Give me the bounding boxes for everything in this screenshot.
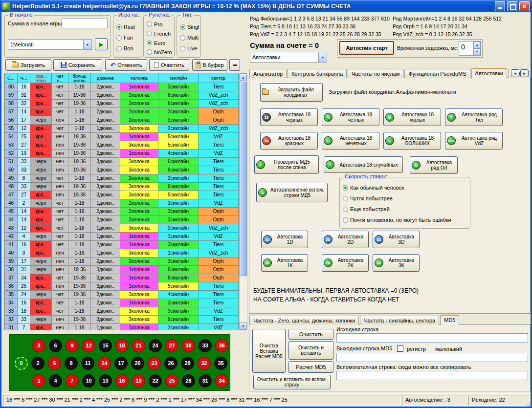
board-number-1[interactable]: 1 xyxy=(32,374,45,387)
chevron-down-icon[interactable] xyxy=(83,40,91,49)
autobet-автоставка-18-четных-button[interactable]: ЧАвтоставка 18 четных xyxy=(322,108,379,126)
mode-select[interactable]: Автоставки xyxy=(250,52,327,63)
board-number-14[interactable]: 14 xyxy=(98,357,111,370)
profile-select[interactable]: 1Melonati xyxy=(8,39,92,50)
board-number-36[interactable]: 36 xyxy=(215,339,228,352)
scrollbar-thumb[interactable] xyxy=(240,82,247,276)
board-number-30[interactable]: 30 xyxy=(182,339,195,352)
history-row[interactable]: 5832кра..чет19-363дюжи..2колонка6сиклайн… xyxy=(5,100,239,108)
spinner-down-icon[interactable] xyxy=(473,48,481,55)
history-row[interactable]: 5033черннеч19-363дюжи..3колонка6сиклайнT… xyxy=(5,166,239,174)
history-row[interactable]: 5512кра..чет1-181дюжи..3колонка2сиклайнV… xyxy=(5,125,239,133)
history-row[interactable]: 424чернчет1-181дюжи..1колонка1сиклайнVdZ xyxy=(5,233,239,241)
board-number-20[interactable]: 20 xyxy=(131,357,144,370)
history-row[interactable]: 3524чернчет19-362дюжи..3колонка4сиклайнT… xyxy=(5,291,239,299)
board-number-27[interactable]: 27 xyxy=(165,339,178,352)
radio-как-обычный-человек[interactable]: Как обычный человек xyxy=(343,182,469,193)
history-row[interactable]: 317кра..неч1-181дюжи..1колонка2сиклайнVd… xyxy=(5,324,239,330)
output-string-input[interactable] xyxy=(336,353,528,362)
radio-singl[interactable]: Singl xyxy=(180,21,200,32)
radio-почти-мгновенно-но-могут-быть-ошибки[interactable]: Почти мгновенно, но могут быть ошибки xyxy=(343,215,469,225)
close-button[interactable] xyxy=(519,1,530,11)
history-row[interactable]: 4116кра..чет1-182дюжи..1колонка3сиклайнT… xyxy=(5,241,239,249)
history-row[interactable]: 4514кра..чет1-182дюжи..2колонка3сиклайнO… xyxy=(5,208,239,216)
autobet-автоставка-1d-button[interactable]: 1DАвтоставка 1D xyxy=(261,231,308,248)
tab-функционал-psevdoms[interactable]: Функционал PsevdoMS xyxy=(404,69,470,78)
board-number-4[interactable]: 4 xyxy=(49,374,62,387)
board-number-22[interactable]: 22 xyxy=(149,374,162,387)
board-number-35[interactable]: 35 xyxy=(214,357,227,370)
undo-button[interactable]: Отменить xyxy=(105,59,147,71)
history-row[interactable]: 4727кра..неч19-363дюжи..3колонка5сиклайн… xyxy=(5,191,239,199)
radio-multi[interactable]: Multi xyxy=(180,32,200,43)
scroll-down-icon[interactable] xyxy=(240,322,247,330)
board-number-7[interactable]: 7 xyxy=(66,374,79,387)
board-number-10[interactable]: 10 xyxy=(82,374,95,387)
bottom-tab-частота-zero-шансы-дюжины-колонки[interactable]: Частота - Zero, шансы, дюжины, колонки xyxy=(249,316,359,325)
board-number-13[interactable]: 13 xyxy=(99,374,112,387)
helper-string-input[interactable] xyxy=(336,371,528,380)
board-number-19[interactable]: 19 xyxy=(132,374,145,387)
history-row[interactable]: 4414кра..чет1-182дюжи..2колонка3сиклайнO… xyxy=(5,216,239,224)
board-number-32[interactable]: 32 xyxy=(198,357,211,370)
radio-pro[interactable]: Pro xyxy=(147,20,173,29)
history-row[interactable]: 5425кра..неч19-363дюжи..1колонка5сиклайн… xyxy=(5,133,239,141)
radio-fan[interactable]: Fan xyxy=(116,32,140,43)
radio-french[interactable]: French xyxy=(147,29,173,38)
board-number-23[interactable]: 23 xyxy=(148,357,161,370)
board-number-12[interactable]: 12 xyxy=(82,339,95,352)
md5-clear-and-paste-button[interactable]: Очистить и вставить xyxy=(288,341,333,360)
tab-автоставки[interactable]: Автоставки xyxy=(471,68,507,79)
history-row[interactable]: 3625кра..неч19-363дюжи..1колонка5сиклайн… xyxy=(5,282,239,291)
radio-еще-побыстрей[interactable]: Еще побыстрей xyxy=(343,204,469,215)
history-row[interactable]: 3734кра..чет19-363дюжи..1колонка6сиклайн… xyxy=(5,274,239,282)
board-number-31[interactable]: 31 xyxy=(199,374,212,387)
autobet-автоставка-2d-button[interactable]: 2DАвтоставка 2D xyxy=(322,231,369,248)
board-number-6[interactable]: 6 xyxy=(49,339,62,352)
history-row[interactable]: 5714кра..чет1-182дюжи..2колонка3сиклайнO… xyxy=(5,108,239,116)
play-button[interactable] xyxy=(95,38,108,50)
board-number-25[interactable]: 25 xyxy=(165,374,178,387)
board-number-9[interactable]: 9 xyxy=(66,339,79,352)
clear-paste-helper-string-button[interactable]: Очистить и вставить во вспом. строку xyxy=(253,375,331,389)
radio-nozero[interactable]: NoZero xyxy=(147,47,173,57)
radio-live[interactable]: Live xyxy=(180,43,200,54)
board-number-0[interactable]: 0 xyxy=(15,357,28,370)
autobet-автоставка-1k-button[interactable]: 1KАвтоставка 1K xyxy=(261,254,308,272)
radio-euro[interactable]: Euro xyxy=(147,38,173,47)
board-number-29[interactable]: 29 xyxy=(181,357,194,370)
board-number-2[interactable]: 2 xyxy=(31,357,44,370)
case-checkbox[interactable] xyxy=(397,345,403,352)
md5-calc-button[interactable]: Расчет MD5 xyxy=(288,361,333,373)
autobet-18-random-button[interactable]: ?Автоставка 18 случайных xyxy=(324,156,403,173)
tabs-scroll-left-button[interactable] xyxy=(511,69,519,77)
autobet-автоставка-3k-button[interactable]: 3KАвтоставка 3K xyxy=(373,254,420,272)
tabs-scroll-right-button[interactable] xyxy=(520,69,529,77)
history-row[interactable]: 5327кра..неч19-363дюжи..3колонка5сиклайн… xyxy=(5,141,239,150)
clear-paste-calc-md5-button[interactable]: Очистка Вставка Расчет MD5 xyxy=(252,329,286,373)
tab-частоты-по-числам[interactable]: Частоты по числам xyxy=(348,69,403,78)
history-row[interactable]: 498чернчет1-181дюжи..2колонка2сиклайнTie… xyxy=(5,174,239,183)
history-row[interactable]: 403кра..неч1-181дюжи..3колонка1сиклайнVd… xyxy=(5,249,239,258)
board-number-17[interactable]: 17 xyxy=(114,357,128,370)
autobet-автоставка-18-черных-button[interactable]: 18Автоставка 18 черных xyxy=(260,108,318,126)
board-number-15[interactable]: 15 xyxy=(99,339,112,352)
history-row[interactable]: 3416кра..чет1-182дюжи..1колонка3сиклайнT… xyxy=(5,299,239,307)
autobet-автоставка-ряд-vdz-button[interactable]: VdZАвтоставка ряд VdZ xyxy=(445,132,503,150)
autobet-автоставка-3d-button[interactable]: 3DАвтоставка 3D xyxy=(373,231,420,248)
maximize-button[interactable] xyxy=(507,1,517,11)
source-string-input[interactable] xyxy=(336,333,528,343)
board-number-16[interactable]: 16 xyxy=(115,374,129,387)
board-number-8[interactable]: 8 xyxy=(65,357,78,370)
autobet-row-orf-button[interactable]: OАвтоставка ряд Orf xyxy=(410,156,458,174)
board-number-5[interactable]: 5 xyxy=(48,357,61,370)
clear-button[interactable]: Очистить xyxy=(149,59,189,71)
history-row[interactable]: 3233черннеч19-363дюжи..3колонка6сиклайнT… xyxy=(5,316,239,324)
radio-чуток-побыстрее[interactable]: Чуток побыстрее xyxy=(343,193,469,204)
autospin-start-button[interactable]: Автоспин старт xyxy=(339,41,394,55)
save-button[interactable]: Сохранить xyxy=(53,59,102,71)
table-scrollbar[interactable] xyxy=(239,73,247,330)
autobet-автоставка-18-красных-button[interactable]: 18Автоставка 18 красных xyxy=(260,132,318,150)
board-number-3[interactable]: 3 xyxy=(32,339,45,352)
board-number-24[interactable]: 24 xyxy=(149,339,162,352)
